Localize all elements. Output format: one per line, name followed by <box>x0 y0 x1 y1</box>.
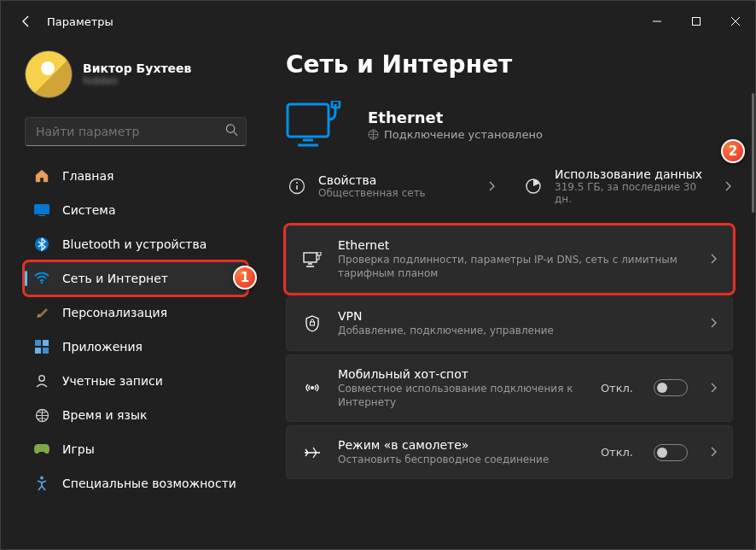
card-subtitle: Проверка подлинности, параметры IP-и DNS… <box>338 253 695 280</box>
setting-hotspot[interactable]: Мобильный хот-спот Совместное использова… <box>286 354 733 422</box>
marker-1: 1 <box>233 266 257 290</box>
apps-icon <box>33 338 50 355</box>
status-title: Ethernet <box>368 108 543 126</box>
info-icon <box>288 177 306 196</box>
home-icon <box>33 167 50 184</box>
svg-point-1 <box>226 125 234 132</box>
search-box[interactable] <box>25 117 247 146</box>
properties-card[interactable]: Свойства Общественная сеть <box>286 167 497 205</box>
svg-rect-7 <box>43 340 49 346</box>
card-subtitle: Совместное использование подключения к И… <box>338 382 585 409</box>
hotspot-icon <box>302 377 323 398</box>
svg-rect-6 <box>35 340 41 346</box>
sidebar-item-label: Специальные возможности <box>62 477 236 490</box>
sidebar-item-apps[interactable]: Приложения <box>25 331 247 363</box>
titlebar: Параметры <box>1 1 755 42</box>
setting-airplane[interactable]: Режим «в самолете» Остановить беспроводн… <box>286 425 733 479</box>
chevron-right-icon <box>488 178 495 195</box>
maximize-button[interactable] <box>677 8 716 35</box>
profile[interactable]: Виктор Бухтеев hidden <box>25 45 247 112</box>
properties-subtitle: Общественная сеть <box>318 187 426 199</box>
card-state: Откл. <box>601 446 633 459</box>
chevron-right-icon <box>710 380 717 396</box>
setting-ethernet[interactable]: Ethernet Проверка подлинности, параметры… <box>286 225 733 293</box>
close-button[interactable] <box>716 8 755 35</box>
sidebar-item-label: Bluetooth и устройства <box>62 237 206 251</box>
chevron-right-icon <box>710 315 717 331</box>
search-input[interactable] <box>25 117 247 146</box>
chevron-right-icon <box>724 178 731 195</box>
accessibility-icon <box>33 475 50 492</box>
bluetooth-icon <box>33 236 50 253</box>
card-title: Ethernet <box>338 238 695 252</box>
sidebar-item-label: Персонализация <box>62 306 167 319</box>
setting-vpn[interactable]: VPN Добавление, подключение, управление <box>286 296 733 350</box>
sidebar-item-network[interactable]: Сеть и Интернет 1 <box>25 262 247 295</box>
sidebar-item-home[interactable]: Главная <box>25 160 247 192</box>
profile-name: Виктор Бухтеев <box>83 61 191 75</box>
brush-icon <box>33 304 50 321</box>
sidebar-item-system[interactable]: Система <box>25 194 247 226</box>
globe-icon <box>368 129 379 140</box>
window-title: Параметры <box>47 15 113 28</box>
sidebar: Виктор Бухтеев hidden Главная Система <box>1 42 257 549</box>
svg-rect-19 <box>304 253 317 262</box>
card-title: Режим «в самолете» <box>338 438 585 452</box>
svg-rect-3 <box>38 215 45 216</box>
scrollbar[interactable] <box>752 93 754 213</box>
back-button[interactable] <box>11 6 42 37</box>
sidebar-item-bluetooth[interactable]: Bluetooth и устройства <box>25 228 247 260</box>
svg-rect-20 <box>317 252 321 255</box>
svg-point-5 <box>41 282 44 284</box>
ethernet-pc-icon <box>286 101 351 149</box>
datausage-icon <box>524 177 543 196</box>
search-icon <box>225 124 238 140</box>
sidebar-item-label: Игры <box>62 442 95 456</box>
page-title: Сеть и Интернет <box>286 50 733 79</box>
card-subtitle: Добавление, подключение, управление <box>338 324 695 337</box>
hotspot-toggle[interactable] <box>654 379 688 396</box>
account-icon <box>33 372 50 389</box>
airplane-icon <box>302 442 323 463</box>
card-title: VPN <box>338 309 695 323</box>
language-icon <box>33 407 50 424</box>
datausage-card[interactable]: Использование данных 319.5 ГБ, за послед… <box>522 167 733 205</box>
svg-rect-9 <box>43 348 49 354</box>
sidebar-item-label: Сеть и Интернет <box>62 272 168 285</box>
card-subtitle: Остановить беспроводное соединение <box>338 453 585 466</box>
sidebar-item-accessibility[interactable]: Специальные возможности <box>25 467 247 500</box>
main-content: Сеть и Интернет Ethernet Подключение уст… <box>257 42 755 549</box>
properties-title: Свойства <box>318 173 426 187</box>
svg-point-12 <box>40 477 44 480</box>
datausage-subtitle: 319.5 ГБ, за последние 30 дн. <box>555 181 712 205</box>
card-title: Мобильный хот-спот <box>338 367 585 381</box>
airplane-toggle[interactable] <box>654 444 688 461</box>
connection-status: Ethernet Подключение установлено <box>286 94 733 167</box>
profile-email: hidden <box>83 75 191 87</box>
svg-point-10 <box>39 376 44 381</box>
wifi-icon <box>33 270 50 287</box>
sidebar-item-label: Учетные записи <box>62 374 163 388</box>
sidebar-item-personalization[interactable]: Персонализация <box>25 296 247 329</box>
datausage-title: Использование данных <box>555 167 712 181</box>
svg-rect-13 <box>288 104 329 137</box>
status-subtitle: Подключение установлено <box>368 128 543 141</box>
sidebar-item-label: Система <box>62 203 115 217</box>
chevron-right-icon <box>710 251 717 267</box>
chevron-right-icon <box>710 444 717 460</box>
minimize-button[interactable] <box>637 8 677 35</box>
sidebar-item-label: Приложения <box>62 340 142 354</box>
sidebar-item-label: Время и язык <box>62 408 147 422</box>
svg-point-17 <box>296 182 298 184</box>
svg-rect-8 <box>35 348 41 354</box>
svg-point-22 <box>311 386 314 389</box>
avatar <box>25 50 73 98</box>
svg-rect-2 <box>34 204 49 214</box>
sidebar-item-gaming[interactable]: Игры <box>25 433 247 465</box>
ethernet-icon <box>302 249 323 270</box>
marker-2: 2 <box>721 139 745 163</box>
sidebar-item-time-language[interactable]: Время и язык <box>25 399 247 431</box>
svg-rect-0 <box>693 18 701 26</box>
sidebar-item-label: Главная <box>62 169 113 183</box>
sidebar-item-accounts[interactable]: Учетные записи <box>25 365 247 397</box>
